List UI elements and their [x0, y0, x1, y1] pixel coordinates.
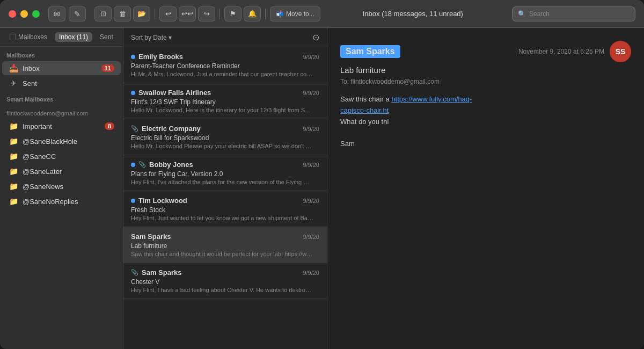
sender-name: Emily Brooks — [138, 53, 183, 61]
notify-button[interactable]: 🔔 — [244, 6, 261, 21]
saneblackhole-label: @SaneBlackHole — [23, 137, 114, 146]
list-item[interactable]: Sam Sparks 9/9/20 Lab furniture Saw this… — [123, 227, 327, 263]
list-item[interactable]: Swallow Falls Airlines 9/9/20 Flint's 12… — [123, 83, 327, 119]
unread-indicator — [131, 55, 135, 59]
email-date: 9/9/20 — [303, 90, 319, 96]
delete-button[interactable]: 🗑 — [114, 6, 131, 21]
sender-name: Bobby Jones — [149, 161, 193, 169]
search-bar[interactable]: 🔍 Search — [512, 6, 635, 21]
body-text-2: capisco-chair.ht — [340, 105, 631, 117]
sender-name-detail[interactable]: Sam Sparks — [340, 45, 400, 58]
toolbar-actions: ⊡ 🗑 📂 ↩ ↩↩ ↪ ⚑ 🔔 📬 Move to... — [94, 6, 320, 21]
avatar: SS — [610, 41, 631, 62]
close-button[interactable] — [9, 10, 16, 18]
sender-row: Sam Sparks November 9, 2020 at 6:25 PM S… — [340, 41, 631, 62]
email-subject: Lab furniture — [131, 242, 319, 250]
email-date: 9/9/20 — [303, 198, 319, 204]
main-window: ✉ ✎ ⊡ 🗑 📂 ↩ ↩↩ ↪ ⚑ 🔔 📬 Move to... Inbox … — [0, 0, 644, 349]
sender-name: Tim Lockwood — [138, 197, 187, 205]
folder-icon-1: 📁 — [9, 137, 18, 146]
minimize-button[interactable] — [20, 10, 28, 18]
list-item[interactable]: 📎 Sam Sparks 9/9/20 Chester V Hey Flint,… — [123, 263, 327, 299]
archive-button[interactable]: ⊡ — [94, 6, 112, 21]
sort-button[interactable]: Sort by Date ▾ — [131, 34, 172, 41]
sanelater-label: @SaneLater — [23, 168, 114, 176]
toolbar-divider — [155, 9, 155, 19]
content-area: Mailboxes Inbox (11) Sent Mailboxes 📥 In… — [0, 28, 644, 349]
email-list-header: Sort by Date ▾ ⊙ — [123, 28, 327, 47]
email-preview: Hi Mr. & Mrs. Lockwood, Just a reminder … — [131, 71, 313, 77]
email-preview: Hey Flint, I have a bad feeling about Ch… — [131, 287, 313, 293]
sidebar-item-sanelater[interactable]: 📁 @SaneLater — [2, 164, 121, 178]
sanecc-label: @SaneCC — [23, 152, 114, 161]
filter-icon[interactable]: ⊙ — [312, 32, 319, 42]
tab-mailboxes[interactable]: Mailboxes — [6, 32, 50, 42]
email-subject: Flint's 12/3 SWF Trip Itinerary — [131, 98, 319, 106]
sidebar-item-important[interactable]: 📁 Important 8 — [2, 119, 121, 133]
inbox-badge: 11 — [101, 64, 114, 72]
email-link-2[interactable]: capisco-chair.ht — [340, 106, 389, 114]
important-icon: 📁 — [9, 122, 18, 130]
forward-button[interactable]: ↪ — [198, 6, 215, 21]
email-date: 9/9/20 — [303, 162, 319, 168]
tab-inbox[interactable]: Inbox (11) — [55, 32, 92, 42]
maximize-button[interactable] — [32, 10, 40, 18]
email-to: To: flintlockwooddemo@gmail.com — [340, 78, 631, 85]
email-subject: Electric Bill for Sparkswood — [131, 134, 319, 142]
list-item[interactable]: Emily Brooks 9/9/20 Parent-Teacher Confe… — [123, 47, 327, 83]
email-subject: Chester V — [131, 278, 319, 286]
body-text: Saw this chair a https://www.fully.com/h… — [340, 94, 631, 105]
sender-name: Sam Sparks — [131, 232, 171, 241]
search-input[interactable]: Search — [529, 10, 550, 18]
inbox-label: Inbox — [23, 64, 97, 72]
mailboxes-checkbox[interactable] — [10, 34, 16, 40]
important-label: Important — [23, 122, 100, 130]
sidebar-item-saneblackhole[interactable]: 📁 @SaneBlackHole — [2, 134, 121, 148]
sidebar-item-sanenews[interactable]: 📁 @SaneNews — [2, 179, 121, 193]
email-link-1[interactable]: https://www.fully.com/hag- — [391, 95, 472, 103]
email-list: Sort by Date ▾ ⊙ Emily Brooks 9/9/20 Par… — [123, 28, 327, 349]
sidebar-item-sanenoreplies[interactable]: 📁 @SaneNoReplies — [2, 194, 121, 208]
sanenoreplies-label: @SaneNoReplies — [23, 198, 114, 206]
unread-indicator — [131, 199, 135, 203]
mailboxes-header: Mailboxes — [0, 47, 123, 61]
email-date: 9/9/20 — [303, 234, 319, 240]
sender-name: Swallow Falls Airlines — [138, 89, 211, 97]
mailbox-icon: 📬 — [276, 10, 284, 18]
email-preview: Hey Flint, I've attached the plans for t… — [131, 179, 313, 185]
compose-icon[interactable]: ✉ — [48, 6, 65, 21]
list-item[interactable]: Tim Lockwood 9/9/20 Fresh Stock Hey Flin… — [123, 191, 327, 227]
tab-sent[interactable]: Sent — [97, 32, 116, 42]
email-preview: Saw this chair and thought it would be p… — [131, 251, 313, 257]
inbox-icon: 📥 — [9, 64, 18, 72]
sidebar-tabs: Mailboxes Inbox (11) Sent — [0, 28, 123, 47]
list-item[interactable]: 📎 Bobby Jones 9/9/20 Plans for Flying Ca… — [123, 155, 327, 191]
sent-icon: ✈ — [9, 79, 18, 88]
email-subject: Plans for Flying Car, Version 2.0 — [131, 170, 319, 178]
attachment-icon: 📎 — [131, 125, 138, 132]
email-subject: Parent-Teacher Conference Reminder — [131, 62, 319, 70]
email-body: Saw this chair a https://www.fully.com/h… — [340, 94, 631, 150]
sidebar-item-sanecc[interactable]: 📁 @SaneCC — [2, 149, 121, 163]
flag-button[interactable]: ⚑ — [224, 6, 241, 21]
email-date: 9/9/20 — [303, 126, 319, 132]
reply-button[interactable]: ↩ — [159, 6, 177, 21]
email-preview: Hello Mr. Lockwood, Here is the itinerar… — [131, 107, 313, 113]
folder-icon-4: 📁 — [9, 182, 18, 191]
reply-all-button[interactable]: ↩↩ — [179, 6, 196, 21]
sidebar-item-inbox[interactable]: 📥 Inbox 11 — [2, 61, 121, 75]
unread-indicator — [131, 163, 135, 167]
folder-button[interactable]: 📂 — [133, 6, 150, 21]
list-item[interactable]: 📎 Electric Company 9/9/20 Electric Bill … — [123, 119, 327, 155]
account-label: flintlockwooddemo@gmail.com — [0, 105, 123, 119]
attachment-icon: 📎 — [131, 269, 138, 276]
email-detail: Sam Sparks November 9, 2020 at 6:25 PM S… — [327, 28, 644, 349]
toolbar-divider2 — [219, 9, 220, 19]
sidebar-item-sent[interactable]: ✈ Sent — [2, 76, 121, 90]
sender-name: Sam Sparks — [142, 268, 181, 277]
email-date: 9/9/20 — [303, 54, 319, 60]
move-to-button[interactable]: 📬 Move to... — [270, 6, 320, 21]
new-message-icon[interactable]: ✎ — [69, 6, 86, 21]
email-detail-date: November 9, 2020 at 6:25 PM — [518, 48, 604, 55]
email-list-items: Emily Brooks 9/9/20 Parent-Teacher Confe… — [123, 47, 327, 349]
